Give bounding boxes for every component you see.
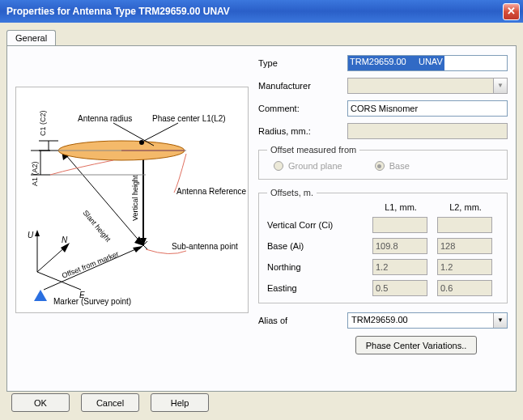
type-label: Type [258, 58, 347, 68]
svg-line-2 [37, 246, 66, 272]
tab-panel: U N E Marker (Survey point) Offset from … [6, 45, 517, 392]
svg-text:Antenna Reference Point  (ARP,: Antenna Reference Point (ARP, Base) [176, 187, 248, 196]
type-field[interactable]: TRM29659.00 UNAV [347, 55, 508, 71]
offsets-legend: Offsets, m. [267, 188, 317, 197]
base-l1 [372, 238, 427, 254]
radio-base: Base [375, 161, 410, 171]
svg-text:Antenna radius: Antenna radius [78, 114, 132, 123]
svg-text:U: U [28, 231, 34, 240]
tab-general[interactable]: General [6, 30, 56, 45]
manufacturer-label: Manufacturer [258, 81, 347, 91]
vcorr-l1 [372, 217, 427, 233]
offset-from-group: Offset measured from Ground plane Base [258, 145, 508, 180]
offsets-group: Offsets, m. L1, mm. L2, mm. Vertical Cor… [258, 188, 508, 303]
svg-point-26 [139, 140, 144, 145]
vcorr-label: Vertical Corr (Ci) [267, 220, 364, 230]
cancel-button[interactable]: Cancel [81, 393, 139, 412]
alias-label: Alias of [258, 316, 347, 325]
phase-center-variations-button[interactable]: Phase Center Variations.. [355, 336, 477, 354]
radius-field [347, 123, 508, 139]
antenna-diagram: U N E Marker (Survey point) Offset from … [15, 87, 249, 313]
svg-text:Sub-antenna point: Sub-antenna point [172, 242, 238, 251]
radius-label: Radius, mm.: [258, 126, 347, 136]
ok-button[interactable]: OK [11, 393, 70, 412]
comment-label: Comment: [258, 104, 347, 113]
radio-ground-plane: Ground plane [274, 161, 342, 171]
northing-l1 [372, 259, 427, 275]
comment-field[interactable] [347, 100, 508, 117]
svg-text:C1 (C2): C1 (C2) [39, 110, 47, 136]
northing-label: Northing [267, 262, 364, 272]
vcorr-l2 [437, 217, 492, 233]
help-button[interactable]: Help [151, 393, 209, 412]
northing-l2 [437, 259, 492, 275]
svg-text:Phase center L1(L2): Phase center L1(L2) [152, 114, 226, 123]
svg-marker-1 [35, 230, 40, 236]
easting-label: Easting [267, 283, 364, 293]
chevron-down-icon[interactable]: ▼ [493, 313, 507, 328]
easting-l1 [372, 280, 427, 296]
svg-text:Offset from marker: Offset from marker [61, 250, 120, 280]
offset-from-legend: Offset measured from [267, 145, 359, 155]
svg-text:Slant height: Slant height [81, 209, 113, 244]
svg-text:N: N [62, 235, 68, 244]
chevron-down-icon: ▼ [493, 78, 507, 93]
svg-line-31 [144, 123, 178, 141]
col-l2: L2, mm. [437, 202, 494, 212]
manufacturer-combo[interactable]: ▼ [347, 78, 508, 94]
svg-text:A1 (A2): A1 (A2) [31, 161, 39, 186]
col-l1: L1, mm. [372, 202, 429, 212]
base-label: Base (Ai) [267, 241, 364, 251]
base-l2 [437, 238, 492, 254]
svg-text:Vertical height: Vertical height [131, 175, 139, 221]
svg-text:Marker (Survey point): Marker (Survey point) [53, 297, 131, 306]
close-icon[interactable]: ✕ [503, 3, 520, 20]
svg-marker-8 [34, 290, 47, 301]
alias-combo[interactable]: TRM29659.00 ▼ [347, 312, 508, 329]
window-title: Properties for Antenna Type TRM29659.00 … [6, 6, 503, 17]
easting-l2 [437, 280, 492, 296]
